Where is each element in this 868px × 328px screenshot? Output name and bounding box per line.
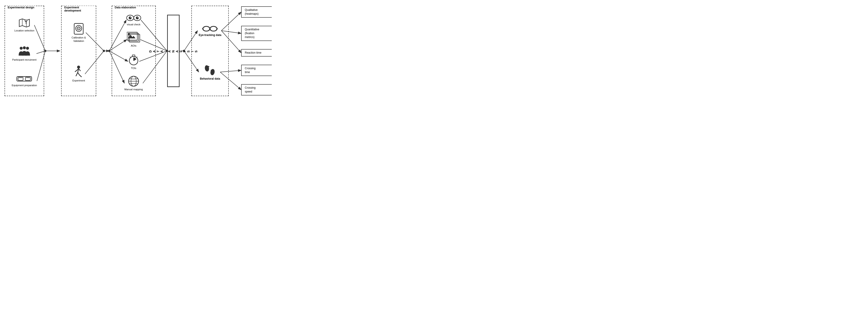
crossing-speed-output: Crossing speed bbox=[241, 84, 272, 95]
crossing-time-output: Crossing time bbox=[241, 65, 272, 76]
svg-point-5 bbox=[103, 50, 105, 52]
aois-item: AOIs bbox=[127, 32, 141, 47]
svg-point-45 bbox=[136, 16, 138, 19]
svg-point-31 bbox=[23, 46, 26, 49]
svg-point-29 bbox=[25, 20, 27, 21]
aois-label: AOIs bbox=[131, 44, 136, 47]
visual-check-item: visual check bbox=[126, 14, 141, 26]
visual-check-label: visual check bbox=[127, 23, 141, 26]
eye-tracking-item: Eye-tracking data bbox=[198, 25, 221, 37]
tois-item: TOIs bbox=[128, 53, 139, 70]
quantitative-output: Quantitative (fixation metrics) bbox=[241, 26, 272, 41]
experiment-item: Experiment bbox=[72, 66, 85, 82]
svg-point-40 bbox=[77, 66, 80, 69]
calibration-item: Calibration &Validation bbox=[71, 23, 86, 42]
participant-recruitment-item: Participant recruiment bbox=[12, 46, 36, 61]
svg-point-30 bbox=[20, 46, 23, 50]
svg-point-50 bbox=[128, 33, 130, 35]
manual-mapping-label: Manual mapping bbox=[124, 88, 143, 91]
svg-point-42 bbox=[129, 16, 131, 19]
reaction-time-output: Reaction time bbox=[241, 49, 272, 57]
svg-point-39 bbox=[79, 28, 79, 29]
svg-point-63 bbox=[204, 65, 210, 72]
svg-point-61 bbox=[204, 27, 210, 31]
location-selection-label: Location selection bbox=[14, 29, 34, 32]
svg-rect-52 bbox=[132, 55, 135, 56]
svg-line-54 bbox=[130, 57, 131, 58]
svg-point-62 bbox=[211, 27, 216, 31]
equipment-preparation-item: Equipment preparation bbox=[12, 75, 37, 87]
experimental-design-title: Experimental design bbox=[7, 6, 35, 9]
participant-recruitment-label: Participant recruiment bbox=[12, 58, 36, 61]
behavioral-label: Behavioral data bbox=[200, 77, 220, 80]
results-section-title bbox=[194, 6, 196, 9]
equipment-preparation-label: Equipment preparation bbox=[12, 84, 37, 87]
svg-line-55 bbox=[136, 57, 137, 58]
svg-point-32 bbox=[26, 46, 29, 50]
behavioral-item: Behavioral data bbox=[200, 64, 220, 80]
svg-point-43 bbox=[130, 17, 131, 18]
calibration-label: Calibration &Validation bbox=[71, 36, 86, 42]
experiment-label: Experiment bbox=[72, 79, 85, 82]
eye-tracking-label: Eye-tracking data bbox=[198, 33, 221, 37]
svg-point-46 bbox=[137, 17, 138, 18]
qualitative-output: Qualitative (heatmaps) bbox=[241, 6, 272, 18]
data-analysis-box: DATAANALYSIS bbox=[167, 15, 180, 87]
manual-mapping-item: Manual mapping bbox=[124, 75, 143, 91]
location-selection-item: Location selection bbox=[14, 18, 34, 32]
tois-label: TOIs bbox=[131, 66, 136, 70]
data-elaboration-title: Data elaboration bbox=[114, 6, 137, 9]
experiment-development-title: Experiment development bbox=[63, 6, 96, 12]
